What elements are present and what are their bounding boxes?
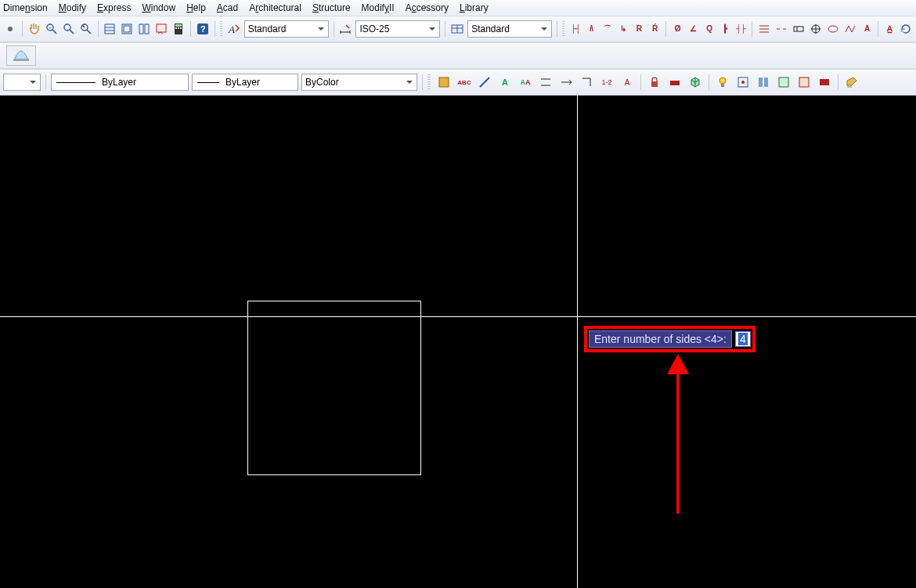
tolerance-icon[interactable]	[792, 20, 806, 38]
svg-rect-18	[175, 27, 177, 29]
menu-modify2[interactable]: ModifyII	[362, 2, 395, 13]
menu-library[interactable]: Library	[460, 2, 489, 13]
svg-rect-13	[139, 24, 143, 34]
dim-diameter-icon[interactable]: Ø	[671, 20, 683, 38]
tool-palettes-icon[interactable]	[137, 20, 151, 38]
svg-line-2	[52, 30, 56, 34]
et-15-icon[interactable]	[775, 74, 792, 91]
markup-icon[interactable]	[154, 20, 168, 38]
lock-icon[interactable]	[646, 74, 663, 91]
dimstyle-value: ISO-25	[359, 23, 389, 34]
et-7-icon[interactable]	[557, 74, 575, 91]
plotstyle-combo[interactable]: ByColor	[301, 74, 417, 91]
et-a-icon[interactable]: A	[496, 74, 514, 91]
chevron-down-icon	[404, 76, 415, 88]
dim-style-icon[interactable]	[338, 20, 352, 38]
center-mark-icon[interactable]	[809, 20, 823, 38]
cube-icon[interactable]	[687, 74, 704, 91]
dim-angular-icon[interactable]: ∠	[687, 20, 699, 38]
zoom-window-icon[interactable]	[62, 20, 76, 38]
dim-quick-icon[interactable]: Q	[702, 20, 715, 38]
svg-rect-33	[13, 59, 29, 61]
dim-edit-icon[interactable]: A	[860, 20, 873, 38]
et-10-icon[interactable]: A	[618, 74, 636, 91]
svg-rect-8	[105, 24, 114, 34]
chevron-down-icon	[427, 23, 438, 35]
pan-icon[interactable]	[27, 20, 41, 38]
et-3-icon[interactable]	[476, 74, 493, 91]
dim-arc-icon[interactable]: ⌒	[600, 20, 613, 38]
textstyle-combo[interactable]: Standard	[244, 20, 329, 38]
bulb-icon[interactable]	[714, 74, 731, 91]
et-1-icon[interactable]	[435, 74, 453, 91]
zoom-previous-icon[interactable]	[79, 20, 93, 38]
drawn-rectangle	[247, 301, 421, 475]
svg-point-0	[8, 27, 13, 31]
menu-architectural[interactable]: Architectural	[249, 2, 301, 13]
dim-ordinate-icon[interactable]: ↳	[616, 20, 629, 38]
svg-rect-40	[721, 84, 724, 87]
calculator-icon[interactable]	[171, 20, 186, 38]
workspace-switch-icon[interactable]	[6, 45, 36, 66]
et-8-icon[interactable]	[578, 74, 595, 91]
broom-icon[interactable]	[843, 74, 860, 91]
dim-aligned-icon[interactable]: /\	[585, 20, 597, 38]
svg-rect-14	[145, 24, 149, 34]
svg-rect-34	[439, 78, 449, 87]
svg-line-7	[87, 30, 91, 34]
menu-structure[interactable]: Structure	[312, 2, 351, 13]
linetype-value: ByLayer	[102, 77, 136, 88]
dim-jogged-icon[interactable]: Ŕ	[648, 20, 661, 38]
properties-icon[interactable]	[103, 20, 117, 38]
dim-linear-icon[interactable]: ├┤	[569, 20, 582, 38]
svg-rect-17	[175, 24, 182, 27]
menu-window[interactable]: Window	[142, 2, 175, 13]
inspect-icon[interactable]	[826, 20, 840, 38]
menu-help[interactable]: Help	[186, 2, 206, 13]
et-aa-icon[interactable]: AA	[517, 74, 534, 91]
table-style-icon[interactable]	[450, 20, 464, 38]
text-style-icon[interactable]: A	[227, 20, 241, 38]
sheet-set-icon[interactable]	[120, 20, 134, 38]
dim-break-icon[interactable]	[774, 20, 788, 38]
menu-dimension[interactable]: Dimension	[3, 2, 48, 13]
drawing-area[interactable]: Enter number of sides <4>: 4	[0, 96, 916, 588]
crosshair-horizontal	[0, 316, 916, 317]
svg-rect-46	[799, 78, 809, 87]
dynamic-input-box[interactable]: Enter number of sides <4>: 4	[584, 326, 756, 352]
dim-radius-icon[interactable]: R	[633, 20, 645, 38]
zoom-realtime-icon[interactable]: +	[45, 20, 59, 38]
help-icon[interactable]: ?	[196, 20, 210, 38]
et-6-icon[interactable]	[537, 74, 554, 91]
menu-bar: Dimension Modify Express Window Help Aca…	[0, 0, 916, 16]
dim-update-icon[interactable]	[899, 20, 913, 38]
svg-rect-37	[651, 81, 658, 87]
svg-rect-15	[157, 24, 166, 32]
jog-line-icon[interactable]	[843, 20, 857, 38]
menu-acad[interactable]: Acad	[217, 2, 238, 13]
linetype-combo[interactable]: ByLayer	[51, 74, 189, 91]
et-14-icon[interactable]	[755, 74, 772, 91]
chevron-down-icon	[27, 76, 38, 88]
dimstyle-combo[interactable]: ISO-25	[355, 20, 440, 38]
tablestyle-combo[interactable]: Standard	[467, 20, 552, 38]
et-17-icon[interactable]	[816, 74, 833, 91]
color-combo[interactable]	[3, 74, 41, 91]
svg-point-4	[64, 24, 70, 31]
lineweight-combo[interactable]: ByLayer	[192, 74, 298, 91]
menu-accessory[interactable]: Accessory	[406, 2, 449, 13]
et-abc-icon[interactable]: ABC	[456, 74, 473, 91]
dim-continue-icon[interactable]: ┤├	[734, 20, 747, 38]
menu-express[interactable]: Express	[97, 2, 131, 13]
et-9-icon[interactable]: 1-2	[598, 74, 615, 91]
dim-space-icon[interactable]	[757, 20, 771, 38]
et-13-icon[interactable]	[734, 74, 752, 91]
toolbar-standard: + ? A Standard ISO-25 Standard ├┤ /\ ⌒ ↳…	[0, 16, 916, 42]
menu-modify[interactable]: Modify	[59, 2, 86, 13]
et-16-icon[interactable]	[795, 74, 813, 91]
dim-text-edit-icon[interactable]: A̲	[883, 20, 896, 38]
dynamic-input-value[interactable]: 4	[735, 331, 751, 347]
dim-baseline-icon[interactable]: ┣	[719, 20, 731, 38]
button-generic-1[interactable]	[3, 20, 17, 38]
layer-iso-icon[interactable]	[666, 74, 683, 91]
